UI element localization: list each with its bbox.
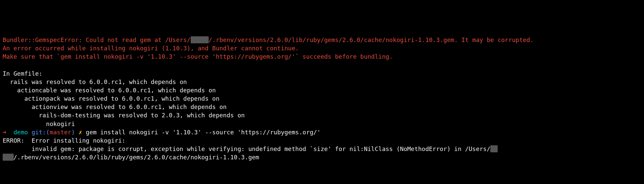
command-input[interactable]: gem install nokogiri -v '1.10.3' --sourc… <box>86 129 320 136</box>
error-text-part2: /.rbenv/versions/2.6.0/lib/ruby/gems/2.6… <box>209 36 534 43</box>
output-error-line3: xxx/.rbenv/versions/2.6.0/lib/ruby/gems/… <box>3 153 641 161</box>
blank-line <box>3 61 641 69</box>
gemfile-dep-actionpack: actionpack was resolved to 6.0.0.rc1, wh… <box>3 94 641 103</box>
git-label: git:( <box>32 129 50 136</box>
gemfile-header: In Gemfile: <box>3 69 641 78</box>
gemfile-dep-rails-dom-testing: rails-dom-testing was resolved to 2.0.3,… <box>3 111 641 119</box>
output-error-line2: invalid gem: package is corrupt, excepti… <box>3 145 641 153</box>
git-branch: master <box>50 129 71 136</box>
redacted-username: xxxxx <box>191 36 209 43</box>
gemfile-dep-nokogiri: nokogiri <box>3 120 641 128</box>
output-text-part1: invalid gem: package is corrupt, excepti… <box>3 145 490 152</box>
error-text-part1: Bundler::GemspecError: Could not read ge… <box>3 36 191 43</box>
bundler-error-line2: An error occurred while installing nokog… <box>3 44 641 52</box>
redacted-username-3: xxx <box>3 154 14 161</box>
git-dirty-icon: ✗ <box>79 129 82 136</box>
output-text-part2: /.rbenv/versions/2.6.0/lib/ruby/gems/2.6… <box>14 154 259 161</box>
bundler-error-line3: Make sure that `gem install nokogiri -v … <box>3 52 641 61</box>
bundler-error-line1: Bundler::GemspecError: Could not read ge… <box>3 36 641 44</box>
prompt-arrow-icon: ➜ <box>3 129 6 136</box>
gemfile-dep-rails: rails was resolved to 6.0.0.rc1, which d… <box>3 78 641 86</box>
gemfile-dep-actionview: actionview was resolved to 6.0.0.rc1, wh… <box>3 103 641 111</box>
prompt-directory: demo <box>14 129 28 136</box>
git-close: ) <box>71 129 75 136</box>
gemfile-dep-actioncable: actioncable was resolved to 6.0.0.rc1, w… <box>3 86 641 94</box>
redacted-username-2: xx <box>490 145 498 152</box>
prompt-line[interactable]: ➜ demo git:(master) ✗ gem install nokogi… <box>3 128 641 136</box>
output-error-line1: ERROR: Error installing nokogiri: <box>3 136 641 145</box>
